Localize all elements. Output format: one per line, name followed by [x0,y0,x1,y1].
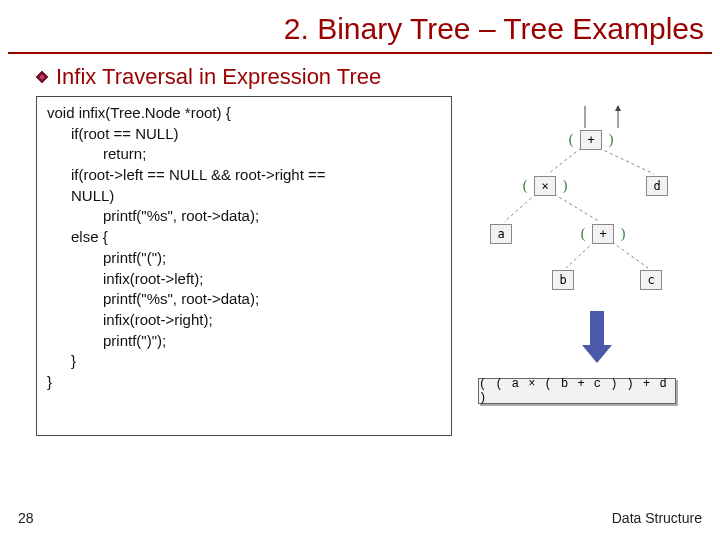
tree-node-c: c [640,270,662,290]
tree-node-root: + [580,130,602,150]
paren-open: ( [518,176,532,196]
code-listing: void infix(Tree.Node *root) { if(root ==… [36,96,452,436]
paren-close: ) [604,130,618,150]
traversal-result: ( ( a × ( b + c ) ) + d ) [478,378,676,404]
code-line: return; [47,144,441,165]
code-line: if(root == NULL) [47,124,441,145]
svg-line-7 [554,194,600,222]
down-arrow-icon [582,311,612,367]
slide-title: 2. Binary Tree – Tree Examples [0,0,720,52]
code-line: printf(")"); [47,331,441,352]
tree-node-times: × [534,176,556,196]
code-line: printf("%s", root->data); [47,206,441,227]
paren-close: ) [616,224,630,244]
code-line: NULL) [47,186,441,207]
code-line: infix(root->left); [47,269,441,290]
paren-open: ( [564,130,578,150]
tree-node-d: d [646,176,668,196]
svg-line-6 [504,194,536,222]
title-underline [8,52,712,54]
expression-tree-diagram: ( + ) ( × ) d a ( + ) b c ( ( a × ( b + … [462,96,692,436]
footer-label: Data Structure [612,510,702,526]
tree-node-plus2: + [592,224,614,244]
code-line: } [47,372,441,393]
tree-node-b: b [552,270,574,290]
page-number: 28 [18,510,34,526]
code-line: else { [47,227,441,248]
code-line: } [47,351,441,372]
content-area: void infix(Tree.Node *root) { if(root ==… [0,96,720,436]
svg-line-8 [566,242,594,268]
subtitle-row: Infix Traversal in Expression Tree [0,64,720,90]
code-line: infix(root->right); [47,310,441,331]
svg-line-4 [548,148,581,174]
tree-node-a: a [490,224,512,244]
paren-close: ) [558,176,572,196]
svg-line-9 [612,242,648,268]
diamond-bullet-icon [36,71,48,83]
paren-open: ( [576,224,590,244]
code-line: printf("("); [47,248,441,269]
code-line: printf("%s", root->data); [47,289,441,310]
subtitle-text: Infix Traversal in Expression Tree [56,64,381,90]
svg-line-5 [599,148,654,174]
code-line: void infix(Tree.Node *root) { [47,103,441,124]
code-line: if(root->left == NULL && root->right == [47,165,441,186]
